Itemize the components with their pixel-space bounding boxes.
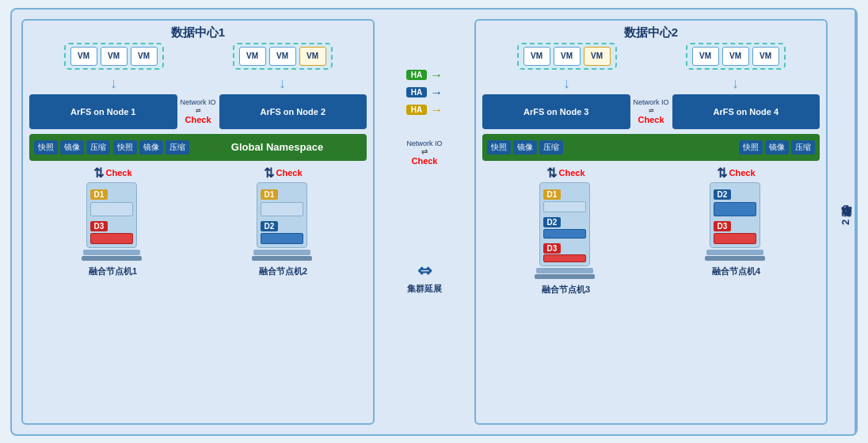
vm-box: VM [101, 47, 128, 66]
vm-box-dc2-4: VM [722, 47, 749, 66]
middle-check-label: Check [411, 156, 437, 166]
outer-dc2-label: 数据中心2 [837, 10, 856, 434]
network-io-text: Network IO [181, 98, 216, 106]
dc2-storage-label-3: 融合节点机3 [542, 284, 590, 296]
dc1-check-1: ⇅ Check [93, 166, 131, 181]
dc1-vm-row: VM VM VM VM VM VM [29, 43, 367, 70]
middle-network-io: Network IO ⇄ Check [406, 139, 442, 166]
vm-box-yellow: VM [299, 47, 326, 66]
dc1-storage-label-1: 融合节点机1 [89, 265, 137, 277]
dc2-vm-group-2: VM VM VM [686, 43, 786, 70]
dc1-node-2: ArFS on Node 2 [219, 94, 367, 129]
vm-box-dc2-1: VM [523, 47, 550, 66]
vm-box-dc2-3: VM [692, 47, 719, 66]
disk-visual-1: D1 D3 [86, 182, 140, 261]
vm-box: VM [239, 47, 266, 66]
vm-box: VM [269, 47, 296, 66]
tag-compress-2: 压缩 [166, 140, 189, 155]
tag-mirror-1: 镜像 [60, 140, 84, 155]
io-arrows-2: ⇅ [264, 166, 274, 181]
dc2-namespace-bar: 快照 镜像 压缩 快照 镜像 压缩 [482, 134, 820, 161]
cluster-label: 集群延展 [407, 283, 442, 295]
dc2-check-4: ⇅ Check [717, 166, 755, 181]
check-red-1: Check [105, 168, 131, 178]
dc2-tag-snapshot-1: 快照 [487, 140, 511, 155]
dc2-vm-group-1: VM VM VM [517, 43, 617, 70]
dc2-node-3: ArFS on Node 3 [482, 94, 630, 129]
dc2-network-io: Network IO ⇄ Check [634, 98, 669, 124]
io-arrows-dc2-1: ⇅ [546, 166, 557, 181]
dc1-network-io: Network IO ⇄ Check [181, 98, 216, 124]
io-arrows-1: ⇅ [93, 166, 104, 181]
ha-badge-1: HA [406, 70, 427, 80]
dc1-vm-group-1: VM VM VM [64, 43, 164, 70]
cluster-arrow: ⇔ 集群延展 [407, 261, 442, 295]
vm-box: VM [70, 47, 97, 66]
dc1-storage-row: ⇅ Check D1 D3 [29, 166, 367, 277]
dc1-storage-label-2: 融合节点机2 [259, 265, 307, 277]
global-namespace-title: Global Namespace [192, 141, 362, 153]
check-label-1: Check [185, 115, 211, 124]
dc2-vm-row: VM VM VM VM VM VM [482, 43, 820, 70]
ha-arrows: HA → HA → HA → [406, 68, 443, 117]
check-red-2: Check [276, 168, 302, 178]
datacenter-2-title: 数据中心2 [624, 25, 678, 40]
dc2-tag-compress-1: 压缩 [539, 140, 563, 155]
dc2-tags-2: 快照 镜像 压缩 [739, 140, 815, 155]
tag-snapshot-1: 快照 [34, 140, 58, 155]
ha-badge-3: HA [406, 105, 427, 115]
check-red-dc2-1: Check [558, 168, 584, 178]
dc1-tags-1: 快照 镜像 压缩 [34, 140, 110, 155]
ha-arrow-3: → [430, 103, 443, 117]
arrows-lr: ⇄ [196, 107, 201, 114]
dc2-storage-label-4: 融合节点机4 [712, 265, 760, 277]
dc2-storage-4: ⇅ Check D2 D3 [653, 166, 820, 296]
arrow-down-2: ↓ [279, 76, 286, 90]
arrow-down-dc2-1: ↓ [563, 76, 570, 90]
tag-mirror-2: 镜像 [139, 140, 163, 155]
dc1-node-row: ArFS on Node 1 Network IO ⇄ Check ArFS o… [29, 94, 367, 129]
dc2-tag-compress-2: 压缩 [791, 140, 815, 155]
io-arrows-dc2-2: ⇅ [717, 166, 727, 181]
ha-arrow-1: → [430, 68, 443, 82]
vm-box: VM [131, 47, 158, 66]
middle-section: HA → HA → HA → Netwo [381, 13, 468, 431]
check-red-dc2-2: Check [729, 168, 755, 178]
disk-visual-2: D1 D2 [257, 182, 310, 261]
dc1-storage-1: ⇅ Check D1 D3 [29, 166, 196, 277]
arrow-down-1: ↓ [110, 76, 117, 90]
dc2-arrows-lr: ⇄ [649, 107, 654, 114]
dc2-tag-mirror-2: 镜像 [765, 140, 789, 155]
dc2-storage-row: ⇅ Check D1 D2 D3 [482, 166, 820, 296]
dc1-namespace-bar: 快照 镜像 压缩 快照 镜像 压缩 Global Namespace [29, 134, 367, 161]
dc2-storage-3: ⇅ Check D1 D2 D3 [482, 166, 649, 296]
tag-snapshot-2: 快照 [113, 140, 137, 155]
ha-arrow-2: → [430, 86, 443, 100]
ha-row-3: HA → [406, 103, 443, 117]
arrow-down-dc2-2: ↓ [732, 76, 739, 90]
dc2-tag-snapshot-2: 快照 [739, 140, 763, 155]
middle-network-io-label: Network IO [406, 139, 442, 147]
dc2-tags-1: 快照 镜像 压缩 [487, 140, 563, 155]
vm-box-dc2-2: VM [554, 47, 581, 66]
dc2-node-4: ArFS on Node 4 [672, 94, 820, 129]
dc1-vm-group-2: VM VM VM [233, 43, 333, 70]
dc2-network-io-text: Network IO [634, 98, 669, 106]
check-label-dc2: Check [638, 115, 664, 124]
datacenter-2-panel: 数据中心2 VM VM VM VM VM VM [474, 19, 828, 425]
dc1-storage-2: ⇅ Check D1 D2 [200, 166, 367, 277]
ha-row-2: HA → [406, 86, 443, 100]
disk-visual-3: D1 D2 D3 [539, 182, 593, 279]
dc1-check-2: ⇅ Check [264, 166, 302, 181]
cluster-bidirectional-arrow: ⇔ [417, 261, 432, 281]
dc2-tag-mirror-1: 镜像 [513, 140, 537, 155]
main-diagram: 数据中心1 VM VM VM VM VM VM [10, 8, 858, 436]
middle-io-arrows: ⇄ [421, 147, 428, 156]
disk-visual-4: D2 D3 [710, 182, 763, 261]
ha-badge-2: HA [406, 87, 427, 97]
dc2-check-3: ⇅ Check [546, 166, 584, 181]
datacenter-1-title: 数据中心1 [171, 25, 225, 40]
ha-row-1: HA → [406, 68, 443, 82]
dc1-tags-2: 快照 镜像 压缩 [113, 140, 189, 155]
datacenter-1-panel: 数据中心1 VM VM VM VM VM VM [21, 19, 375, 425]
